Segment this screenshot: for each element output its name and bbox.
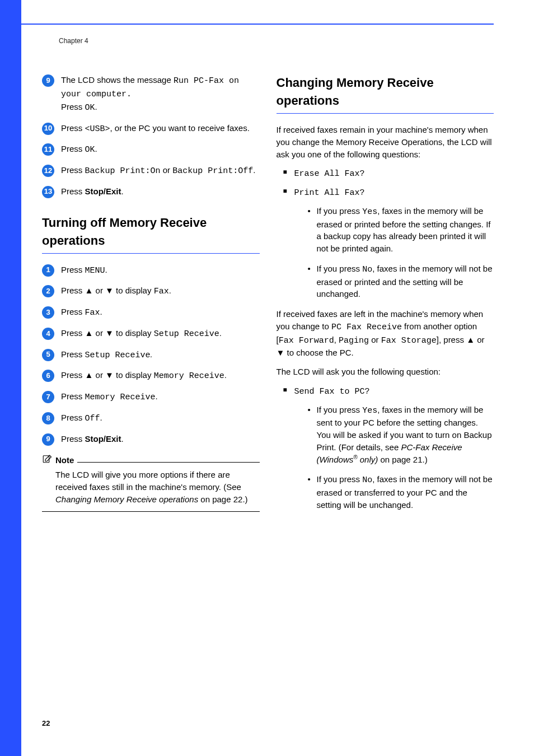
period: .	[95, 102, 97, 111]
fax-storage-label: Fax Storage	[381, 336, 437, 346]
left-margin-bar	[0, 0, 21, 756]
text: If you press	[317, 405, 363, 414]
section-title-turning-off: Turning off Memory Receive operations	[42, 214, 260, 250]
column-right: Changing Memory Receive operations If re…	[277, 74, 494, 519]
step-13: 13 Press Stop/Exit.	[42, 185, 260, 198]
step-badge-4: 4	[42, 328, 54, 340]
step-8: 8 Press Off.	[42, 412, 260, 425]
off-label: Off	[85, 414, 100, 423]
step-9: 9 The LCD shows the message Run PC-Fax o…	[42, 74, 260, 114]
text: ], press	[437, 335, 466, 344]
period: .	[100, 413, 102, 422]
period: .	[151, 349, 153, 359]
yes-label: Yes	[362, 406, 377, 416]
note-block: Note The LCD will give you more options …	[42, 454, 260, 512]
memory-receive-label: Memory Receive	[85, 393, 156, 402]
no-label: No	[362, 475, 372, 485]
top-rule	[21, 24, 494, 25]
fax-forward-label: Fax Forward	[279, 336, 334, 346]
up-arrow-icon: ▲	[85, 370, 93, 380]
reg-mark: ®	[353, 454, 357, 460]
page-content: Chapter 4 9 The LCD shows the message Ru…	[42, 36, 494, 519]
backup-on-label: Backup Print:On	[85, 166, 161, 176]
fax-label: Fax	[154, 287, 169, 296]
step-badge-8: 8	[42, 412, 54, 424]
text: Press	[61, 165, 85, 175]
setup-receive-label: Setup Receive	[85, 351, 151, 360]
text: , or the PC you want to receive faxes.	[110, 123, 250, 133]
text: The LCD shows the message	[61, 75, 171, 85]
up-arrow-icon: ▲	[85, 286, 93, 295]
note-title: Note	[55, 454, 74, 466]
section-title-changing: Changing Memory Receive operations	[277, 74, 494, 110]
text: or	[93, 328, 105, 338]
paging-label: Paging	[339, 336, 369, 346]
stop-exit-label: Stop/Exit	[85, 186, 121, 196]
period: .	[95, 144, 97, 153]
step-12: 12 Press Backup Print:On or Backup Print…	[42, 164, 260, 178]
stop-exit-label: Stop/Exit	[85, 434, 121, 444]
text: to choose the PC.	[284, 348, 353, 357]
text: to display	[114, 328, 154, 338]
note-text: The LCD will give you more options if th…	[55, 470, 241, 492]
step-badge-1: 1	[42, 264, 54, 277]
note-rule	[77, 462, 259, 463]
text: from another option	[402, 321, 477, 331]
step-badge-2: 2	[42, 285, 54, 297]
period: .	[169, 286, 171, 295]
list-item: Print All Fax? If you press Yes, faxes i…	[283, 186, 494, 300]
list-item: Erase All Fax?	[283, 167, 494, 180]
step-badge-12: 12	[42, 165, 54, 177]
step-3: 3 Press Fax.	[42, 306, 260, 319]
period: .	[253, 165, 255, 175]
menu-label: MENU	[85, 266, 105, 276]
question-intro: The LCD will ask you the following quest…	[277, 366, 494, 378]
step-4: 4 Press ▲ or ▼ to display Setup Receive.	[42, 327, 260, 340]
list-item: If you press No, faxes in the memory wil…	[308, 473, 494, 511]
step-2: 2 Press ▲ or ▼ to display Fax.	[42, 284, 260, 298]
step-badge-11: 11	[42, 143, 54, 156]
note-link[interactable]: Changing Memory Receive operations	[55, 494, 198, 504]
text: If you press	[317, 264, 363, 273]
column-left: 9 The LCD shows the message Run PC-Fax o…	[42, 74, 260, 519]
usb-label: <USB>	[85, 124, 110, 134]
text: Press	[61, 123, 85, 133]
text: or	[93, 286, 105, 295]
list-item: Send Fax to PC? If you press Yes, faxes …	[283, 385, 494, 511]
step-badge-13: 13	[42, 186, 54, 198]
section-rule	[42, 253, 260, 254]
period: .	[224, 370, 227, 380]
period: .	[105, 265, 107, 274]
text: Press	[61, 186, 85, 196]
step-badge-9: 9	[42, 74, 54, 87]
up-arrow-icon: ▲	[466, 335, 475, 344]
yes-label: Yes	[362, 207, 377, 217]
ok-label: OK	[85, 145, 95, 155]
step-5: 5 Press Setup Receive.	[42, 348, 260, 362]
text: Press	[61, 391, 85, 401]
note-text: on page 22.)	[198, 494, 247, 504]
text: Press	[61, 265, 85, 274]
text: Press	[61, 413, 85, 422]
step-1: 1 Press MENU.	[42, 264, 260, 277]
text: to display	[114, 286, 154, 295]
period: .	[121, 434, 124, 444]
ok-label: OK	[85, 103, 95, 113]
down-arrow-icon: ▼	[277, 348, 285, 357]
text: or	[161, 165, 173, 175]
text: on page 21.)	[378, 455, 427, 464]
down-arrow-icon: ▼	[105, 370, 114, 380]
print-all-fax: Print All Fax?	[294, 188, 365, 198]
text: Press	[61, 434, 85, 444]
text: Press	[61, 328, 85, 338]
list-item: If you press No, faxes in the memory wil…	[308, 263, 494, 300]
text: Press	[61, 370, 85, 380]
mid-paragraph: If received faxes are left in the machin…	[277, 308, 494, 359]
text: Press	[61, 102, 85, 111]
step-9b: 9 Press Stop/Exit.	[42, 433, 260, 446]
down-arrow-icon: ▼	[105, 328, 114, 338]
text: or	[475, 335, 485, 344]
period: .	[219, 328, 222, 338]
no-label: No	[362, 265, 372, 274]
page-number: 22	[42, 718, 50, 729]
